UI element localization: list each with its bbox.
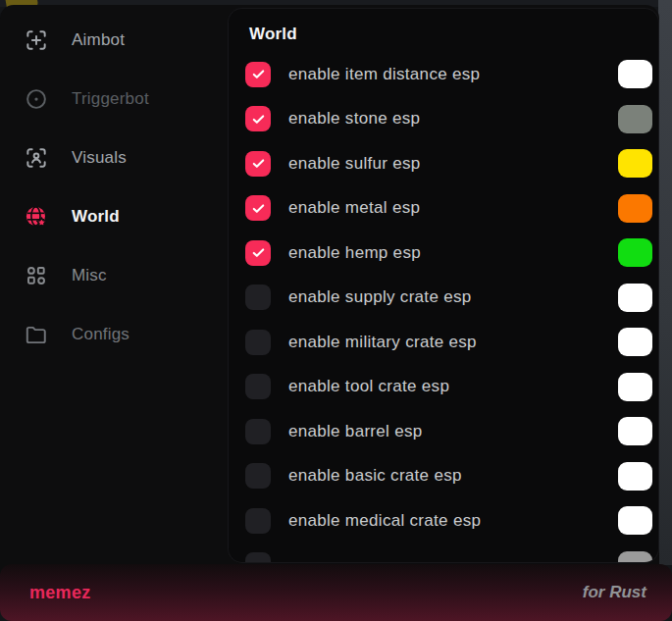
esp-row: enable sulfur esp <box>229 141 658 186</box>
esp-row-label: enable medical crate esp <box>288 511 481 531</box>
checkbox-unchecked[interactable] <box>245 552 271 562</box>
misc-shapes-icon <box>24 263 49 288</box>
color-swatch[interactable] <box>618 238 652 267</box>
checkbox-unchecked[interactable] <box>245 330 271 355</box>
esp-row-label: enable item distance esp <box>288 65 480 84</box>
color-swatch[interactable] <box>618 462 652 491</box>
background-right-strip <box>658 0 672 565</box>
esp-row: enable tool crate esp <box>229 365 658 410</box>
checkbox-unchecked[interactable] <box>245 419 271 444</box>
color-swatch[interactable] <box>618 551 652 562</box>
panel-title: World <box>249 25 658 44</box>
sidebar-item-misc[interactable]: Misc <box>0 246 229 305</box>
color-swatch[interactable] <box>618 417 652 445</box>
configs-folder-icon <box>24 322 49 347</box>
aimbot-crosshair-icon <box>24 27 49 53</box>
checkbox-checked-icon[interactable] <box>245 240 271 266</box>
checkbox-unchecked[interactable] <box>245 374 271 399</box>
esp-row: enable barrel esp <box>229 409 658 454</box>
esp-row: enable basic crate esp <box>229 454 658 499</box>
color-swatch[interactable] <box>618 373 652 401</box>
esp-row: enable metal esp <box>229 186 658 232</box>
esp-row-label: enable basic crate esp <box>288 466 462 486</box>
sidebar-item-label: Triggerbot <box>72 89 149 109</box>
world-settings-panel: World enable item distance espenable sto… <box>229 9 658 562</box>
esp-row: enable hemp esp <box>229 231 658 276</box>
esp-row-label: enable sulfur esp <box>288 154 421 174</box>
checkbox-unchecked[interactable] <box>245 463 271 489</box>
esp-row-label: enable supply crate esp <box>288 287 471 307</box>
sidebar-item-label: Aimbot <box>72 30 125 50</box>
sidebar-nav: AimbotTriggerbotVisualsWorldMiscConfigs <box>0 11 229 364</box>
checkbox-checked-icon[interactable] <box>245 62 271 87</box>
esp-row: enable item distance esp <box>229 52 658 97</box>
menu-window: AimbotTriggerbotVisualsWorldMiscConfigs … <box>0 5 659 621</box>
sidebar-item-world[interactable]: World <box>0 187 229 246</box>
esp-row-label: enable military crate esp <box>288 333 477 352</box>
esp-row-label: enable barrel esp <box>288 422 422 441</box>
brand-suffix: for Rust <box>583 583 646 602</box>
esp-row: enable supply crate esp <box>229 276 658 321</box>
sidebar-item-label: Configs <box>72 325 129 344</box>
checkbox-checked-icon[interactable] <box>245 106 271 131</box>
sidebar-item-aimbot[interactable]: Aimbot <box>0 11 229 70</box>
color-swatch[interactable] <box>618 149 652 178</box>
triggerbot-circle-dot-icon <box>24 86 49 112</box>
checkbox-unchecked[interactable] <box>245 508 271 534</box>
sidebar-item-triggerbot[interactable]: Triggerbot <box>0 70 229 129</box>
sidebar-item-label: Visuals <box>72 148 127 168</box>
color-swatch[interactable] <box>618 194 652 223</box>
esp-row <box>229 543 658 563</box>
esp-row-label: enable stone esp <box>288 109 420 129</box>
esp-row: enable military crate esp <box>229 320 658 365</box>
esp-row: enable medical crate esp <box>229 498 658 543</box>
color-swatch[interactable] <box>618 506 652 535</box>
footer-bar: memez for Rust <box>0 564 672 621</box>
color-swatch[interactable] <box>618 284 652 312</box>
color-swatch[interactable] <box>618 105 652 133</box>
sidebar-item-label: Misc <box>72 266 107 285</box>
world-globe-icon <box>24 204 49 230</box>
visuals-scan-face-icon <box>24 145 49 171</box>
color-swatch[interactable] <box>618 60 652 88</box>
esp-row-label: enable metal esp <box>288 198 420 218</box>
esp-row-label: enable hemp esp <box>288 243 421 263</box>
checkbox-checked-icon[interactable] <box>245 195 271 221</box>
sidebar-item-label: World <box>72 207 120 227</box>
checkbox-checked-icon[interactable] <box>245 151 271 177</box>
sidebar-item-configs[interactable]: Configs <box>0 305 229 364</box>
screen: AimbotTriggerbotVisualsWorldMiscConfigs … <box>0 0 672 621</box>
checkbox-unchecked[interactable] <box>245 285 271 310</box>
esp-options-list: enable item distance espenable stone esp… <box>229 52 658 562</box>
esp-row-label: enable tool crate esp <box>288 377 449 396</box>
color-swatch[interactable] <box>618 328 652 356</box>
brand-name: memez <box>29 583 91 603</box>
sidebar-item-visuals[interactable]: Visuals <box>0 129 229 187</box>
esp-row: enable stone esp <box>229 97 658 142</box>
